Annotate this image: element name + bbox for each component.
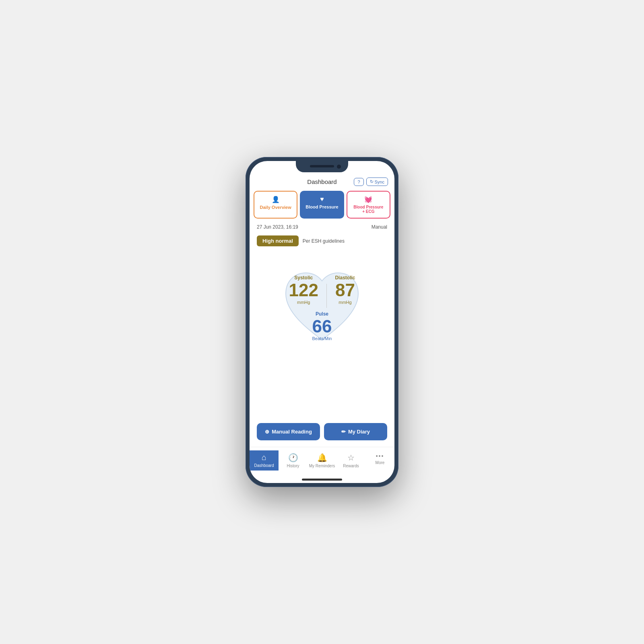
guideline-text: Per ESH guidelines	[303, 238, 345, 244]
person-icon: 👤	[272, 196, 280, 203]
status-area: High normal Per ESH guidelines	[250, 232, 394, 250]
heart-wrapper: Systolic 122 mmHg Diastolic 87 mmHg	[270, 254, 374, 354]
nav-rewards[interactable]: ☆ Rewards	[336, 450, 365, 471]
speaker	[310, 165, 334, 167]
systolic-label: Systolic	[294, 275, 313, 281]
bell-icon: 🔔	[317, 453, 327, 462]
more-icon: •••	[376, 453, 384, 459]
screen-content: Dashboard ? ↻ Sync 👤 Daily Overview	[250, 161, 394, 483]
my-diary-button[interactable]: ✏ My Diary	[324, 423, 387, 440]
clock-icon: 🕐	[288, 453, 298, 462]
tab-bp-ecg[interactable]: 💓 Blood Pressure+ ECG	[347, 191, 390, 219]
heart-container: Systolic 122 mmHg Diastolic 87 mmHg	[250, 250, 394, 354]
home-indicator	[302, 479, 342, 481]
phone-frame: Dashboard ? ↻ Sync 👤 Daily Overview	[246, 157, 398, 487]
nav-reminders-label: My Reminders	[309, 464, 335, 468]
tab-daily-overview[interactable]: 👤 Daily Overview	[254, 191, 297, 219]
edit-icon: ✏	[341, 429, 346, 435]
camera	[337, 165, 341, 169]
phone-screen: Dashboard ? ↻ Sync 👤 Daily Overview	[250, 161, 394, 483]
phone-notch	[296, 161, 348, 172]
heart-data: Systolic 122 mmHg Diastolic 87 mmHg	[270, 254, 374, 354]
heart-icon: ♥	[320, 196, 324, 203]
systolic-value: 122	[289, 281, 318, 299]
tab-bp-label: Blood Pressure	[305, 204, 338, 209]
systolic-unit: mmHg	[297, 300, 310, 305]
reading-date: 27 Jun 2023, 16:19	[257, 224, 298, 230]
pulse-label: Pulse	[316, 311, 328, 317]
tab-daily-label: Daily Overview	[260, 205, 291, 210]
sync-icon: ↻	[370, 179, 374, 184]
pulse-value: 66	[312, 317, 332, 336]
home-icon: ⌂	[262, 453, 266, 462]
nav-dashboard[interactable]: ⌂ Dashboard	[250, 450, 279, 471]
plus-circle-icon: ⊕	[265, 429, 269, 435]
reading-type: Manual	[372, 224, 387, 230]
header-actions: ? ↻ Sync	[354, 178, 388, 186]
ecg-heart-icon: 💓	[364, 196, 372, 203]
header: Dashboard ? ↻ Sync	[250, 175, 394, 188]
bottom-nav: ⌂ Dashboard 🕐 History 🔔 My Reminders ☆ R…	[250, 447, 394, 479]
nav-history-label: History	[287, 464, 299, 468]
tab-bpecg-label: Blood Pressure+ ECG	[353, 205, 383, 214]
nav-history[interactable]: 🕐 History	[279, 450, 308, 471]
systolic-col: Systolic 122 mmHg	[289, 275, 318, 305]
page-title: Dashboard	[307, 178, 336, 185]
nav-more-label: More	[376, 460, 385, 465]
date-row: 27 Jun 2023, 16:19 Manual	[250, 222, 394, 232]
diastolic-col: Diastolic 87 mmHg	[335, 275, 355, 305]
diastolic-label: Diastolic	[335, 275, 355, 281]
nav-rewards-label: Rewards	[343, 464, 359, 468]
action-buttons: ⊕ Manual Reading ✏ My Diary	[250, 417, 394, 447]
bp-readings-row: Systolic 122 mmHg Diastolic 87 mmHg	[289, 275, 355, 308]
nav-dashboard-label: Dashboard	[254, 463, 274, 468]
bp-divider	[326, 284, 327, 308]
diastolic-unit: mmHg	[339, 300, 351, 305]
status-badge: High normal	[257, 235, 299, 246]
manual-reading-button[interactable]: ⊕ Manual Reading	[257, 423, 320, 440]
nav-more[interactable]: ••• More	[365, 450, 394, 471]
help-button[interactable]: ?	[354, 178, 363, 186]
help-icon: ?	[357, 180, 360, 184]
pulse-col: Pulse 66 Beats/Min	[312, 311, 332, 341]
tab-blood-pressure[interactable]: ♥ Blood Pressure	[300, 191, 344, 219]
diastolic-value: 87	[335, 281, 355, 299]
nav-reminders[interactable]: 🔔 My Reminders	[308, 450, 336, 471]
pulse-unit: Beats/Min	[312, 336, 332, 341]
star-icon: ☆	[347, 453, 355, 462]
sync-button[interactable]: ↻ Sync	[366, 178, 388, 186]
tab-bar: 👤 Daily Overview ♥ Blood Pressure 💓 Bloo…	[250, 188, 394, 222]
